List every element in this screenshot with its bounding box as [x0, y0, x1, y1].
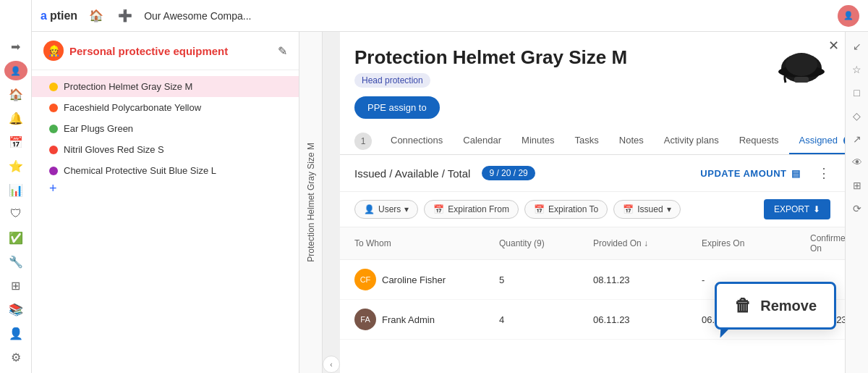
quantity-cell: 5	[499, 274, 593, 285]
grid-icon[interactable]: ⊞	[848, 177, 866, 194]
refresh-icon[interactable]: ⟳	[848, 200, 866, 217]
product-title: Protection Helmet Gray Size M	[354, 46, 764, 69]
settings-icon[interactable]: ⚙	[4, 348, 27, 367]
filters-bar: 👤 Users ▾ 📅 Expiration From 📅 Expiration…	[340, 192, 845, 227]
provided-on-cell: 08.11.23	[593, 274, 702, 285]
product-header: Protection Helmet Gray Size M Head prote…	[340, 32, 845, 127]
right-panel: ↙ ☆ □ ◇ ↗ 👁 ⊞ ⟳	[845, 32, 868, 373]
collapse-sidebar-button[interactable]: ‹	[323, 356, 340, 373]
diamond-icon[interactable]: ◇	[848, 107, 866, 125]
remove-label[interactable]: Remove	[760, 298, 817, 314]
vertical-tab-strip: Protection Helmet Gray Size M	[299, 32, 323, 373]
app-logo: aptien	[41, 9, 77, 22]
product-image	[773, 46, 830, 97]
provided-on-cell: 06.11.23	[593, 314, 702, 325]
users-filter[interactable]: 👤 Users ▾	[354, 200, 418, 219]
tab-calendar[interactable]: Calendar	[453, 127, 511, 154]
user-name: Frank Admin	[382, 314, 435, 325]
close-button[interactable]: ✕	[828, 38, 839, 54]
remove-icon: 🗑	[734, 296, 752, 316]
ppe-assign-button[interactable]: PPE assign to	[354, 96, 440, 119]
grid-icon[interactable]: ⊞	[4, 276, 27, 296]
chevron-down-icon: ▾	[404, 204, 409, 214]
remove-popup: 🗑 Remove	[715, 282, 836, 330]
star-icon[interactable]: ⭐	[4, 156, 27, 176]
nav-arrow-icon[interactable]: ➡	[4, 37, 27, 56]
user-cell: CF Caroline Fisher	[354, 269, 499, 290]
user-cell: FA Frank Admin	[354, 309, 499, 330]
calendar-nav-icon[interactable]: 📅	[4, 133, 27, 152]
tabs-bar: 1 Connections Calendar Minutes Tasks Not…	[340, 127, 845, 155]
item-label: Chemical Protective Suit Blue Size L	[64, 165, 216, 176]
user-avatar: FA	[354, 309, 376, 330]
list-item[interactable]: Chemical Protective Suit Blue Size L	[32, 160, 299, 181]
col-to-whom: To Whom	[354, 233, 499, 253]
tab-requests[interactable]: Requests	[729, 127, 789, 154]
svg-point-3	[786, 53, 817, 76]
svg-rect-2	[794, 77, 809, 83]
col-confirmed-on: Confirmed On	[810, 233, 845, 253]
list-item[interactable]: Faceshield Polycarbonate Yellow	[32, 97, 299, 118]
expiration-from-filter[interactable]: 📅 Expiration From	[424, 200, 519, 219]
home-icon[interactable]: 🏠	[86, 6, 106, 26]
item-label: Nitril Gloves Red Size S	[64, 144, 164, 155]
item-label: Protection Helmet Gray Size M	[64, 81, 192, 92]
more-options-button[interactable]: ⋮	[817, 165, 830, 181]
stats-label: Issued / Available / Total	[354, 167, 470, 180]
user-name: Caroline Fisher	[382, 274, 446, 285]
list-item[interactable]: Protection Helmet Gray Size M	[32, 76, 299, 97]
vertical-tab-label: Protection Helmet Gray Size M	[306, 143, 316, 262]
tab-connections[interactable]: Connections	[380, 127, 453, 154]
tab-tasks[interactable]: Tasks	[565, 127, 609, 154]
category-expand-icon[interactable]: ✎	[278, 44, 287, 58]
export-icon: ⬇	[813, 204, 820, 214]
calendar-icon: 📅	[534, 204, 545, 214]
eye-icon[interactable]: 👁	[848, 154, 866, 171]
col-quantity: Quantity (9)	[499, 233, 593, 253]
user-avatar[interactable]: 👤	[838, 5, 859, 27]
calendar-icon: 📅	[433, 204, 444, 214]
update-amount-icon: ▤	[791, 168, 801, 179]
stats-bar: Issued / Available / Total 9 / 20 / 29 U…	[340, 155, 845, 192]
add-icon[interactable]: ➕	[115, 6, 135, 26]
file-icon[interactable]: □	[848, 84, 866, 101]
check-icon[interactable]: ✅	[4, 228, 27, 248]
list-item[interactable]: Nitril Gloves Red Size S	[32, 139, 299, 160]
chevron-down-icon: ▾	[667, 204, 671, 214]
assigned-badge: 2	[843, 135, 845, 146]
tab-notes[interactable]: Notes	[609, 127, 654, 154]
book-icon[interactable]: 📚	[4, 300, 27, 319]
person-icon[interactable]: 👤	[4, 324, 27, 343]
equipment-list: Protection Helmet Gray Size M Faceshield…	[32, 70, 299, 201]
back-icon[interactable]: ↙	[848, 38, 866, 55]
category-title: Personal protective equipment	[69, 45, 272, 57]
step-indicator: 1	[354, 133, 372, 150]
person-icon: 👤	[364, 204, 375, 214]
issued-filter[interactable]: 📅 Issued ▾	[613, 200, 680, 219]
chart-icon[interactable]: 📊	[4, 180, 27, 200]
company-name: Our Awesome Compa...	[144, 10, 251, 22]
tab-assigned[interactable]: Assigned 2	[789, 127, 845, 154]
tab-activity-plans[interactable]: Activity plans	[654, 127, 729, 154]
product-tag: Head protection	[354, 73, 430, 88]
share-icon[interactable]: ↗	[848, 130, 866, 148]
expiration-to-filter[interactable]: 📅 Expiration To	[524, 200, 608, 219]
shield-icon[interactable]: 🛡	[4, 204, 27, 224]
ppe-category-icon: 👷	[43, 41, 64, 61]
favorite-icon[interactable]: ☆	[848, 61, 866, 78]
item-label: Faceshield Polycarbonate Yellow	[64, 102, 201, 113]
tool-icon[interactable]: 🔧	[4, 252, 27, 272]
list-item[interactable]: Ear Plugs Green	[32, 118, 299, 139]
calendar-icon: 📅	[623, 204, 634, 214]
add-item-button[interactable]: +	[49, 181, 64, 196]
tab-minutes[interactable]: Minutes	[511, 127, 565, 154]
col-expires-on: Expires On	[702, 233, 810, 253]
update-amount-button[interactable]: UPDATE AMOUNT ▤	[700, 168, 800, 179]
quantity-cell: 4	[499, 314, 593, 325]
table-header: To Whom Quantity (9) Provided On ↓ Expir…	[340, 227, 845, 260]
export-button[interactable]: EXPORT ⬇	[764, 199, 830, 219]
profile-avatar[interactable]: 👤	[4, 61, 27, 80]
stats-value: 9 / 20 / 29	[482, 166, 535, 180]
home-nav-icon[interactable]: 🏠	[4, 85, 27, 104]
bell-icon[interactable]: 🔔	[4, 109, 27, 128]
